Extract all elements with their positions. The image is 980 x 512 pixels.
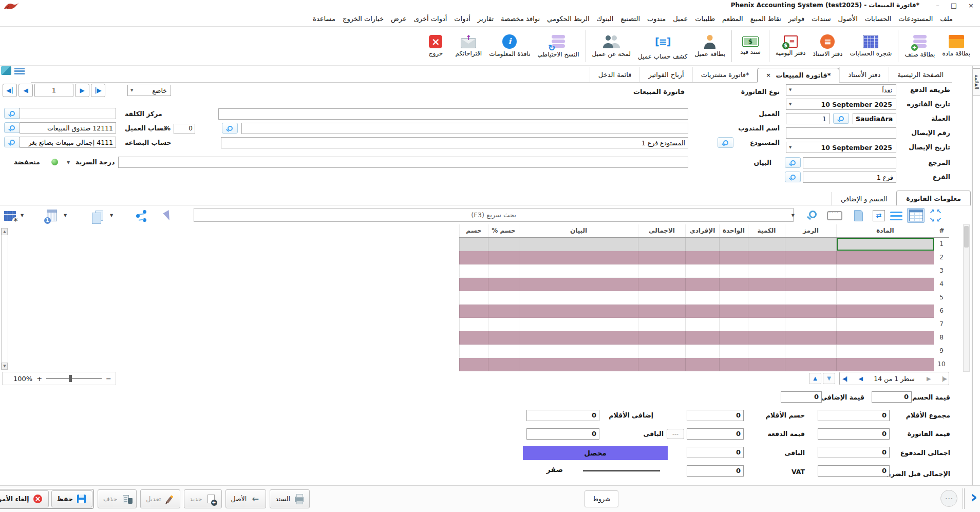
voucher-print-button[interactable]: السند (270, 489, 310, 508)
subtab-active[interactable]: معلومات الفاتورة (896, 191, 971, 206)
cancel-button[interactable]: إلغاء الأمر (0, 490, 49, 507)
grid-cell[interactable] (785, 278, 836, 291)
grid-cell[interactable] (519, 291, 638, 305)
column-header[interactable]: الإفرادي (685, 224, 719, 237)
zoom-out-button[interactable]: − (106, 375, 111, 383)
currency-field[interactable] (853, 113, 896, 124)
menu-item[interactable]: مندوب (644, 15, 669, 23)
menu-item[interactable]: أدوات أخرى (410, 15, 451, 23)
grid-cell[interactable] (638, 291, 685, 305)
client-field[interactable] (218, 108, 688, 120)
reference-search-button[interactable] (785, 157, 801, 168)
salesman-percent-field[interactable]: 0 (174, 124, 195, 134)
menu-item[interactable]: الحسابات (861, 15, 895, 23)
copy-button[interactable] (90, 208, 108, 223)
grid-cell[interactable] (785, 331, 836, 345)
grid-cell[interactable] (638, 358, 685, 371)
menu-item[interactable]: أدوات (450, 15, 474, 23)
grid-cell[interactable] (459, 278, 488, 291)
save-button[interactable]: حفظ (51, 490, 92, 507)
table-row[interactable]: 9 (459, 345, 949, 358)
grid-cell[interactable] (459, 251, 488, 264)
grid-cell[interactable] (748, 238, 785, 251)
menu-item[interactable]: البنوك (593, 15, 617, 23)
pager-last-button[interactable]: ▶| (942, 375, 946, 382)
discount-value-field[interactable]: 0 (872, 391, 912, 403)
grid-cell[interactable] (459, 318, 488, 331)
menu-item[interactable]: طلبيات (691, 15, 719, 23)
grid-cell[interactable] (785, 251, 836, 264)
side-menu-tab[interactable]: القائمة (972, 68, 980, 96)
total-paid-field[interactable]: 0 (818, 447, 890, 458)
grid-left-scrollbar[interactable]: ▲ ▼ (1, 228, 8, 370)
grid-cell[interactable] (719, 305, 748, 318)
grid-cell[interactable] (638, 278, 685, 291)
grid-cell[interactable] (785, 291, 836, 305)
close-button[interactable]: × (968, 1, 974, 11)
grid-cell[interactable] (836, 305, 934, 318)
next-record-button[interactable]: ▶ (75, 84, 89, 97)
pager-prev-button[interactable]: ◀ (859, 375, 862, 382)
grid-cell[interactable] (719, 318, 748, 331)
grid-cell[interactable] (459, 331, 488, 345)
toolbar-button[interactable]: النسخ الاحتياطي (534, 33, 583, 59)
grid-cell[interactable] (459, 238, 488, 251)
tab-item[interactable]: دفتر الأستاذ (839, 67, 889, 82)
items-discount-field[interactable]: 0 (687, 410, 744, 421)
grid-cell[interactable] (685, 278, 719, 291)
grid-cell[interactable] (638, 331, 685, 345)
grid-cell[interactable] (488, 278, 519, 291)
grid-cell[interactable] (748, 331, 785, 345)
grid-cell[interactable] (488, 264, 519, 278)
grid-cell[interactable] (519, 358, 638, 371)
secrecy-value[interactable]: منخفضة (14, 158, 40, 166)
table-row[interactable]: 3 (459, 264, 949, 278)
client-account-field[interactable] (20, 122, 116, 134)
menu-item[interactable]: نقاط المبيع (747, 15, 785, 23)
chevron-down-icon[interactable]: ▼ (67, 160, 70, 165)
menu-item[interactable]: مساعدة (309, 15, 339, 23)
record-number-field[interactable]: 1 (34, 84, 73, 97)
grid-cell[interactable] (519, 345, 638, 358)
payment-terms-button[interactable]: شروط الدفع (585, 490, 618, 507)
grid-cell[interactable] (719, 238, 748, 251)
payment-value-field[interactable]: 0 (687, 428, 744, 440)
chevron-down-icon[interactable]: ▼ (110, 213, 113, 218)
table-row[interactable]: 10 (459, 358, 949, 371)
salesman-search-button[interactable] (222, 123, 238, 134)
form-menu-icon[interactable] (14, 68, 25, 74)
grid-cell[interactable] (685, 251, 719, 264)
remaining-field[interactable]: 0 (687, 447, 744, 458)
invoice-value-field[interactable]: 0 (818, 428, 890, 440)
grid-search-icon[interactable] (809, 211, 817, 218)
grid-cell[interactable] (748, 318, 785, 331)
column-header[interactable]: البيان (519, 224, 638, 237)
goods-account-field[interactable] (20, 137, 116, 148)
grid-cell[interactable] (719, 291, 748, 305)
grid-settings-button[interactable] (1, 208, 18, 223)
pointer-mode-button[interactable] (159, 208, 177, 223)
chevron-down-icon[interactable]: ▼ (791, 213, 795, 218)
grid-cell[interactable] (488, 238, 519, 251)
zoom-in-button[interactable]: + (36, 375, 42, 383)
menu-item[interactable]: نوافذ مخصصة (497, 15, 543, 23)
grid-cell[interactable] (836, 278, 934, 291)
column-header[interactable]: المادة (836, 224, 934, 237)
column-header[interactable]: الرمز (785, 224, 836, 237)
grid-cell[interactable] (488, 291, 519, 305)
toolbar-button[interactable]: نافذة المعلومات (485, 33, 534, 59)
grid-cell[interactable] (785, 264, 836, 278)
subtab-item[interactable]: الحسم و الإضافي (831, 192, 896, 206)
toolbar-button[interactable]: بطاقة عميل (691, 33, 729, 59)
toolbar-button[interactable]: لمحة عن عميل (589, 33, 635, 59)
table-row[interactable]: 4 (459, 278, 949, 291)
menu-item[interactable]: تقارير (474, 15, 497, 23)
grid-cell[interactable] (785, 305, 836, 318)
grid-cell[interactable] (719, 278, 748, 291)
client-account-search-button[interactable] (4, 122, 20, 133)
maximize-button[interactable]: □ (951, 1, 957, 11)
grid-cell[interactable] (519, 264, 638, 278)
toolbar-button[interactable]: كشف حساب عميل (634, 31, 691, 61)
menu-item[interactable]: الربط الحكومي (543, 15, 593, 23)
grid-cell[interactable] (719, 251, 748, 264)
